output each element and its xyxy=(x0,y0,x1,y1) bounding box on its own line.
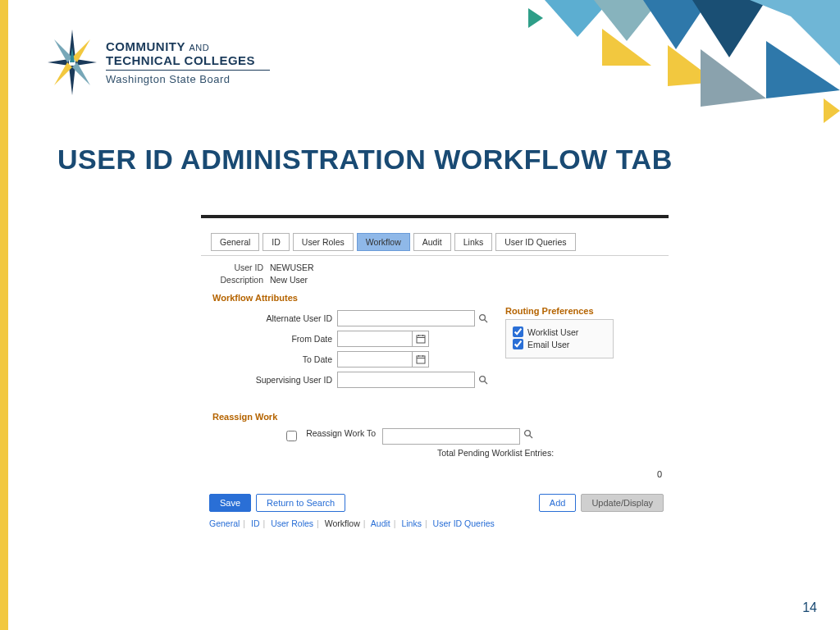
reassign-checkbox[interactable] xyxy=(286,431,297,441)
page-number: 14 xyxy=(802,600,817,615)
svg-marker-13 xyxy=(750,0,840,66)
svg-point-32 xyxy=(525,431,531,436)
svg-marker-18 xyxy=(824,98,840,123)
from-date-input[interactable] xyxy=(337,331,413,347)
blink-general[interactable]: General xyxy=(209,518,240,528)
alt-user-label: Alternate User ID xyxy=(201,313,332,323)
svg-marker-7 xyxy=(72,62,90,85)
svg-rect-22 xyxy=(417,336,425,343)
logo-line1: COMMUNITY AND xyxy=(106,39,270,53)
svg-point-30 xyxy=(480,377,486,382)
tab-audit[interactable]: Audit xyxy=(413,233,451,251)
alt-user-input[interactable] xyxy=(337,310,475,326)
blink-workflow: Workflow xyxy=(325,518,360,528)
workflow-attributes-heading: Workflow Attributes xyxy=(212,293,669,303)
blink-id[interactable]: ID xyxy=(251,518,260,528)
description-value: New User xyxy=(270,275,308,285)
email-user-checkbox[interactable] xyxy=(513,339,523,349)
description-label: Description xyxy=(211,275,263,285)
page-title: USER ID ADMINISTRATION WORKFLOW TAB xyxy=(57,144,673,176)
return-to-search-button[interactable]: Return to Search xyxy=(256,494,345,512)
sup-user-label: Supervising User ID xyxy=(201,375,332,385)
routing-preferences-heading: Routing Preferences xyxy=(505,306,614,316)
svg-point-20 xyxy=(480,315,486,321)
svg-marker-3 xyxy=(75,59,97,66)
tab-workflow[interactable]: Workflow xyxy=(357,233,410,251)
user-id-label: User ID xyxy=(211,262,263,272)
user-id-value: NEWUSER xyxy=(270,262,314,272)
blink-user-id-queries[interactable]: User ID Queries xyxy=(433,518,495,528)
reassign-to-input[interactable] xyxy=(382,428,520,445)
svg-marker-5 xyxy=(72,39,90,62)
svg-marker-16 xyxy=(701,49,766,107)
blink-user-roles[interactable]: User Roles xyxy=(271,518,313,528)
sup-user-input[interactable] xyxy=(337,372,475,388)
svg-marker-1 xyxy=(69,66,75,95)
tab-general[interactable]: General xyxy=(211,233,259,251)
save-button[interactable]: Save xyxy=(209,494,251,512)
svg-line-31 xyxy=(485,381,487,384)
pending-label: Total Pending Worklist Entries: xyxy=(426,448,565,458)
tab-user-roles[interactable]: User Roles xyxy=(293,233,354,251)
svg-rect-26 xyxy=(417,356,425,363)
worklist-user-checkbox[interactable] xyxy=(513,326,523,337)
tab-strip: General ID User Roles Workflow Audit Lin… xyxy=(211,233,669,251)
logo-starburst-icon xyxy=(45,23,99,101)
sup-user-lookup-icon[interactable] xyxy=(477,374,489,386)
hero-triangles-icon xyxy=(495,0,840,148)
svg-marker-4 xyxy=(54,39,72,62)
email-user-label: Email User xyxy=(527,340,569,349)
reassign-to-label: Reassign Work To xyxy=(305,428,376,438)
routing-box: Worklist User Email User xyxy=(505,319,614,358)
svg-line-21 xyxy=(485,320,487,322)
alt-user-lookup-icon[interactable] xyxy=(477,313,489,324)
top-border xyxy=(201,215,669,218)
blink-links[interactable]: Links xyxy=(401,518,422,528)
update-display-button[interactable]: Update/Display xyxy=(581,494,664,512)
accent-bar xyxy=(0,0,8,630)
svg-marker-12 xyxy=(692,0,766,57)
pending-value: 0 xyxy=(212,469,662,479)
org-logo: COMMUNITY AND TECHNICAL COLLEGES Washing… xyxy=(45,23,270,101)
blink-audit[interactable]: Audit xyxy=(371,518,390,528)
from-date-calendar-icon[interactable] xyxy=(413,331,429,347)
logo-line2: TECHNICAL COLLEGES xyxy=(106,53,270,67)
tab-links[interactable]: Links xyxy=(454,233,493,251)
worklist-user-label: Worklist User xyxy=(527,327,578,337)
app-screenshot: General ID User Roles Workflow Audit Lin… xyxy=(201,215,669,528)
add-button[interactable]: Add xyxy=(539,494,577,512)
to-date-input[interactable] xyxy=(337,351,413,368)
svg-marker-6 xyxy=(54,62,72,85)
to-date-label: To Date xyxy=(201,354,332,364)
to-date-calendar-icon[interactable] xyxy=(413,351,429,368)
tab-id[interactable]: ID xyxy=(262,233,290,251)
svg-line-33 xyxy=(530,436,532,438)
reassign-work-heading: Reassign Work xyxy=(212,412,669,422)
bottom-link-row: General| ID| User Roles| Workflow| Audit… xyxy=(209,518,669,528)
svg-marker-2 xyxy=(48,59,69,66)
logo-line3: Washington State Board xyxy=(106,73,270,85)
from-date-label: From Date xyxy=(201,334,332,344)
reassign-to-lookup-icon[interactable] xyxy=(523,428,534,440)
svg-marker-19 xyxy=(528,8,543,28)
tab-user-id-queries[interactable]: User ID Queries xyxy=(495,233,575,251)
